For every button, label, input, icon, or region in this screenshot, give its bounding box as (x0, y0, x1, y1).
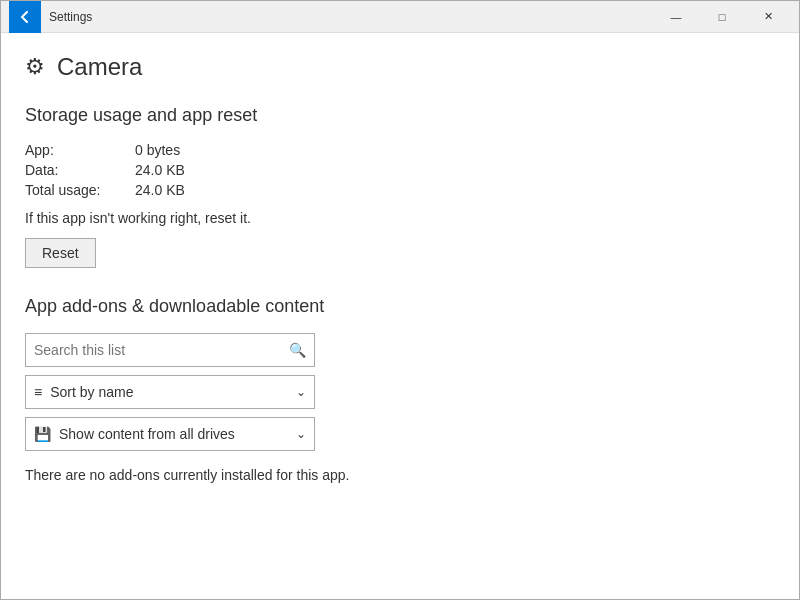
app-value: 0 bytes (135, 142, 180, 158)
reset-hint: If this app isn't working right, reset i… (25, 210, 775, 226)
window-title: Settings (41, 10, 653, 24)
storage-row-app: App: 0 bytes (25, 142, 775, 158)
search-input[interactable] (34, 342, 289, 358)
gear-icon: ⚙ (25, 54, 45, 80)
maximize-button[interactable]: □ (699, 1, 745, 33)
search-box[interactable]: 🔍 (25, 333, 315, 367)
settings-window: Settings — □ ✕ ⚙ Camera Storage usage an… (0, 0, 800, 600)
chevron-down-icon-2: ⌄ (296, 427, 306, 441)
storage-section-title: Storage usage and app reset (25, 105, 775, 126)
addons-section-title: App add-ons & downloadable content (25, 296, 775, 317)
drives-label: Show content from all drives (59, 426, 296, 442)
window-controls: — □ ✕ (653, 1, 791, 33)
sort-dropdown[interactable]: ≡ Sort by name ⌄ (25, 375, 315, 409)
search-icon: 🔍 (289, 342, 306, 358)
chevron-down-icon: ⌄ (296, 385, 306, 399)
storage-table: App: 0 bytes Data: 24.0 KB Total usage: … (25, 142, 775, 198)
close-button[interactable]: ✕ (745, 1, 791, 33)
no-addons-message: There are no add-ons currently installed… (25, 467, 775, 483)
page-title: Camera (57, 53, 142, 81)
app-label: App: (25, 142, 135, 158)
page-header: ⚙ Camera (25, 53, 775, 81)
storage-row-data: Data: 24.0 KB (25, 162, 775, 178)
title-bar: Settings — □ ✕ (1, 1, 799, 33)
total-value: 24.0 KB (135, 182, 185, 198)
data-value: 24.0 KB (135, 162, 185, 178)
drive-icon: 💾 (34, 426, 51, 442)
data-label: Data: (25, 162, 135, 178)
sort-icon: ≡ (34, 384, 42, 400)
back-button[interactable] (9, 1, 41, 33)
content-area: ⚙ Camera Storage usage and app reset App… (1, 33, 799, 599)
drives-dropdown[interactable]: 💾 Show content from all drives ⌄ (25, 417, 315, 451)
reset-button[interactable]: Reset (25, 238, 96, 268)
storage-row-total: Total usage: 24.0 KB (25, 182, 775, 198)
sort-label: Sort by name (50, 384, 296, 400)
minimize-button[interactable]: — (653, 1, 699, 33)
total-label: Total usage: (25, 182, 135, 198)
